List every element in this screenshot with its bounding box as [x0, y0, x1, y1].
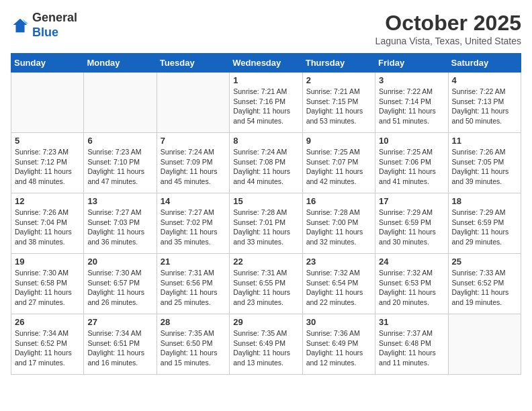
calendar-cell: 29Sunrise: 7:35 AM Sunset: 6:49 PM Dayli…	[230, 314, 302, 375]
svg-marker-0	[13, 18, 28, 32]
day-number: 17	[379, 196, 444, 206]
day-number: 16	[306, 196, 371, 206]
day-info: Sunrise: 7:30 AM Sunset: 6:57 PM Dayligh…	[87, 268, 152, 308]
day-info: Sunrise: 7:29 AM Sunset: 6:59 PM Dayligh…	[379, 208, 444, 247]
logo-general: General	[32, 11, 77, 24]
week-row-4: 19Sunrise: 7:30 AM Sunset: 6:58 PM Dayli…	[11, 254, 521, 314]
day-info: Sunrise: 7:22 AM Sunset: 7:14 PM Dayligh…	[379, 87, 444, 126]
calendar-cell: 16Sunrise: 7:28 AM Sunset: 7:00 PM Dayli…	[302, 193, 375, 254]
calendar-cell	[157, 73, 229, 133]
calendar-cell: 27Sunrise: 7:34 AM Sunset: 6:51 PM Dayli…	[84, 314, 157, 375]
calendar-cell: 25Sunrise: 7:33 AM Sunset: 6:52 PM Dayli…	[448, 254, 521, 314]
day-number: 4	[452, 75, 517, 85]
location: Laguna Vista, Texas, United States	[375, 36, 521, 46]
calendar-cell: 14Sunrise: 7:27 AM Sunset: 7:02 PM Dayli…	[157, 193, 229, 254]
day-info: Sunrise: 7:27 AM Sunset: 7:02 PM Dayligh…	[161, 208, 226, 247]
day-number: 28	[161, 317, 226, 327]
day-number: 14	[161, 196, 226, 206]
calendar-cell: 24Sunrise: 7:32 AM Sunset: 6:53 PM Dayli…	[375, 254, 448, 314]
weekday-tuesday: Tuesday	[157, 54, 229, 73]
day-number: 11	[452, 136, 517, 146]
day-info: Sunrise: 7:33 AM Sunset: 6:52 PM Dayligh…	[452, 268, 517, 308]
calendar-cell: 15Sunrise: 7:28 AM Sunset: 7:01 PM Dayli…	[230, 193, 302, 254]
day-number: 21	[161, 257, 226, 267]
day-number: 6	[87, 136, 152, 146]
weekday-monday: Monday	[84, 54, 157, 73]
calendar-cell: 6Sunrise: 7:23 AM Sunset: 7:10 PM Daylig…	[84, 133, 157, 193]
calendar-cell: 11Sunrise: 7:26 AM Sunset: 7:05 PM Dayli…	[448, 133, 521, 193]
day-info: Sunrise: 7:30 AM Sunset: 6:58 PM Dayligh…	[15, 268, 80, 308]
day-info: Sunrise: 7:25 AM Sunset: 7:06 PM Dayligh…	[379, 147, 444, 187]
day-number: 7	[161, 136, 226, 146]
logo-text: General Blue	[32, 11, 77, 40]
calendar-cell: 8Sunrise: 7:24 AM Sunset: 7:08 PM Daylig…	[230, 133, 302, 193]
day-number: 31	[379, 317, 444, 327]
day-number: 12	[15, 196, 80, 206]
day-info: Sunrise: 7:29 AM Sunset: 6:59 PM Dayligh…	[452, 208, 517, 247]
calendar-cell: 17Sunrise: 7:29 AM Sunset: 6:59 PM Dayli…	[375, 193, 448, 254]
calendar-cell: 13Sunrise: 7:27 AM Sunset: 7:03 PM Dayli…	[84, 193, 157, 254]
day-info: Sunrise: 7:34 AM Sunset: 6:52 PM Dayligh…	[15, 328, 80, 368]
day-info: Sunrise: 7:37 AM Sunset: 6:48 PM Dayligh…	[379, 328, 444, 368]
calendar-body: 1Sunrise: 7:21 AM Sunset: 7:16 PM Daylig…	[11, 73, 521, 375]
calendar: SundayMondayTuesdayWednesdayThursdayFrid…	[11, 53, 521, 375]
title-block: October 2025 Laguna Vista, Texas, United…	[375, 11, 521, 46]
calendar-cell	[448, 314, 521, 375]
calendar-cell	[84, 73, 157, 133]
calendar-header: SundayMondayTuesdayWednesdayThursdayFrid…	[11, 54, 521, 73]
day-number: 27	[87, 317, 152, 327]
logo-blue: Blue	[32, 26, 58, 39]
day-info: Sunrise: 7:32 AM Sunset: 6:54 PM Dayligh…	[306, 268, 371, 308]
weekday-sunday: Sunday	[11, 54, 84, 73]
day-number: 5	[15, 136, 80, 146]
calendar-cell: 20Sunrise: 7:30 AM Sunset: 6:57 PM Dayli…	[84, 254, 157, 314]
calendar-cell: 18Sunrise: 7:29 AM Sunset: 6:59 PM Dayli…	[448, 193, 521, 254]
calendar-cell: 1Sunrise: 7:21 AM Sunset: 7:16 PM Daylig…	[230, 73, 302, 133]
day-info: Sunrise: 7:36 AM Sunset: 6:49 PM Dayligh…	[306, 328, 371, 368]
calendar-cell: 31Sunrise: 7:37 AM Sunset: 6:48 PM Dayli…	[375, 314, 448, 375]
day-info: Sunrise: 7:35 AM Sunset: 6:49 PM Dayligh…	[233, 328, 298, 368]
day-info: Sunrise: 7:28 AM Sunset: 7:00 PM Dayligh…	[306, 208, 371, 247]
day-number: 25	[452, 257, 517, 267]
calendar-cell: 12Sunrise: 7:26 AM Sunset: 7:04 PM Dayli…	[11, 193, 84, 254]
day-info: Sunrise: 7:24 AM Sunset: 7:08 PM Dayligh…	[233, 147, 298, 187]
weekday-header-row: SundayMondayTuesdayWednesdayThursdayFrid…	[11, 54, 521, 73]
day-info: Sunrise: 7:26 AM Sunset: 7:04 PM Dayligh…	[15, 208, 80, 247]
week-row-2: 5Sunrise: 7:23 AM Sunset: 7:12 PM Daylig…	[11, 133, 521, 193]
calendar-cell: 4Sunrise: 7:22 AM Sunset: 7:13 PM Daylig…	[448, 73, 521, 133]
calendar-cell: 28Sunrise: 7:35 AM Sunset: 6:50 PM Dayli…	[157, 314, 229, 375]
month-title: October 2025	[375, 11, 521, 36]
page-header: General Blue October 2025 Laguna Vista, …	[11, 11, 521, 46]
week-row-5: 26Sunrise: 7:34 AM Sunset: 6:52 PM Dayli…	[11, 314, 521, 375]
day-info: Sunrise: 7:26 AM Sunset: 7:05 PM Dayligh…	[452, 147, 517, 187]
day-number: 1	[233, 75, 298, 85]
weekday-thursday: Thursday	[302, 54, 375, 73]
calendar-cell: 30Sunrise: 7:36 AM Sunset: 6:49 PM Dayli…	[302, 314, 375, 375]
day-info: Sunrise: 7:21 AM Sunset: 7:15 PM Dayligh…	[306, 87, 371, 126]
day-number: 22	[233, 257, 298, 267]
day-number: 19	[15, 257, 80, 267]
day-number: 15	[233, 196, 298, 206]
day-info: Sunrise: 7:24 AM Sunset: 7:09 PM Dayligh…	[161, 147, 226, 187]
calendar-cell: 10Sunrise: 7:25 AM Sunset: 7:06 PM Dayli…	[375, 133, 448, 193]
day-info: Sunrise: 7:22 AM Sunset: 7:13 PM Dayligh…	[452, 87, 517, 126]
day-number: 30	[306, 317, 371, 327]
logo: General Blue	[11, 11, 77, 40]
week-row-1: 1Sunrise: 7:21 AM Sunset: 7:16 PM Daylig…	[11, 73, 521, 133]
day-number: 3	[379, 75, 444, 85]
day-info: Sunrise: 7:23 AM Sunset: 7:12 PM Dayligh…	[15, 147, 80, 187]
logo-icon	[11, 16, 30, 35]
calendar-cell: 19Sunrise: 7:30 AM Sunset: 6:58 PM Dayli…	[11, 254, 84, 314]
day-info: Sunrise: 7:31 AM Sunset: 6:56 PM Dayligh…	[161, 268, 226, 308]
day-number: 26	[15, 317, 80, 327]
weekday-friday: Friday	[375, 54, 448, 73]
day-number: 13	[87, 196, 152, 206]
day-info: Sunrise: 7:27 AM Sunset: 7:03 PM Dayligh…	[87, 208, 152, 247]
weekday-saturday: Saturday	[448, 54, 521, 73]
day-number: 2	[306, 75, 371, 85]
day-info: Sunrise: 7:35 AM Sunset: 6:50 PM Dayligh…	[161, 328, 226, 368]
calendar-cell: 21Sunrise: 7:31 AM Sunset: 6:56 PM Dayli…	[157, 254, 229, 314]
day-info: Sunrise: 7:25 AM Sunset: 7:07 PM Dayligh…	[306, 147, 371, 187]
calendar-cell: 23Sunrise: 7:32 AM Sunset: 6:54 PM Dayli…	[302, 254, 375, 314]
weekday-wednesday: Wednesday	[230, 54, 302, 73]
